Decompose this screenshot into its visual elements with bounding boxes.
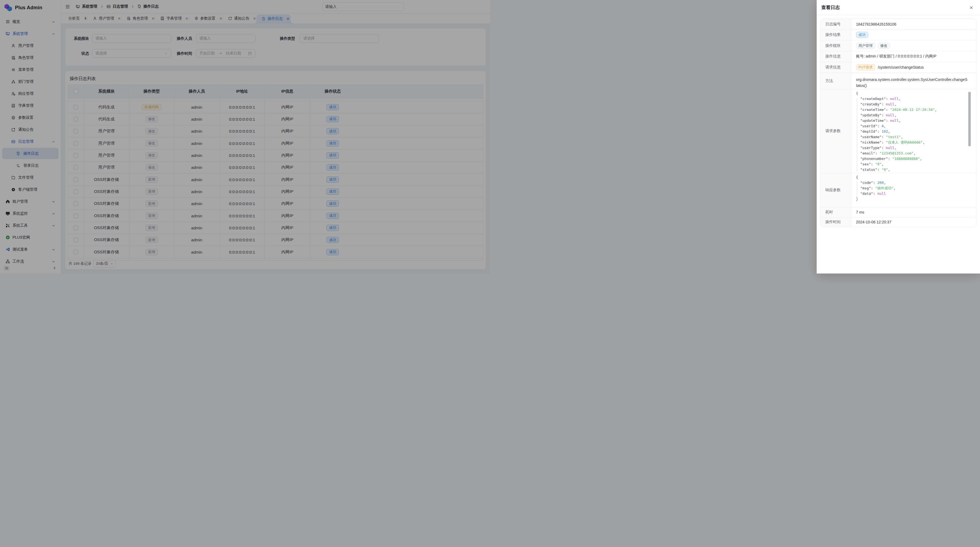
modal-overlay[interactable] (0, 0, 490, 273)
